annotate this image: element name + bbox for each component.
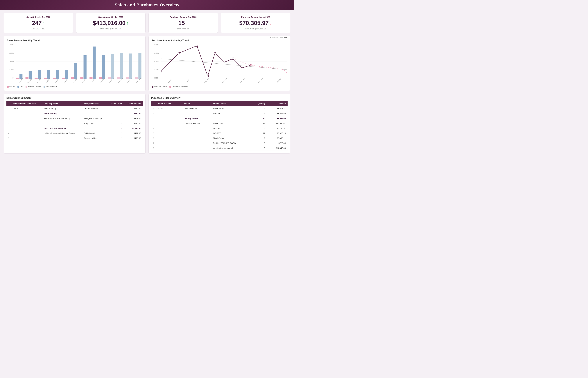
svg-point-45 — [250, 64, 252, 66]
table-row: 5 OT-E805 12 $3,928.29 — [151, 131, 287, 136]
sales-order-table: Month&Year of Order Date Company Name ↓ … — [6, 101, 143, 141]
purchase-line-svg-container — [161, 44, 287, 79]
legend-purchase-amount-icon — [152, 86, 153, 88]
svg-point-39 — [178, 52, 180, 54]
svg-rect-14 — [56, 70, 59, 79]
svg-rect-31 — [135, 77, 138, 79]
svg-rect-9 — [35, 78, 38, 79]
sales-x-axis: Apr 2022 May 2022 Jun 2022 Jul 2022 Aug … — [16, 79, 143, 84]
col-month-year: Month&Year of Order Date — [11, 101, 42, 106]
svg-point-42 — [214, 52, 216, 54]
kpi-sales-amount-title: Sales Amount in Jan 2023 — [80, 16, 142, 18]
kpi-sales-orders-value: 247 ↑ — [8, 20, 69, 27]
table-row: Blanda Group 1 $510.00 — [6, 111, 143, 116]
svg-rect-5 — [16, 78, 19, 79]
kpi-sales-orders: Sales Orders in Jan 2023 247 ↑ Dec 2022:… — [4, 13, 73, 33]
sales-chart-area: $7.4M $5.55M $3.7M $1.85M $0 — [7, 44, 143, 84]
col-row-num — [6, 101, 11, 106]
table-row: Hilll, Crist and Trantow 3 $1,315.00 — [6, 126, 143, 131]
svg-rect-20 — [84, 55, 87, 79]
kpi-purchase-amount: Purchase Amount in Jan 2023 $70,305.97 ↓… — [221, 13, 290, 33]
kpi-sales-amount-prev: Dec 2022: $355,562.00 — [80, 27, 142, 30]
table-row: 2 Hilll, Crist and Trantow Group Georget… — [6, 116, 143, 121]
table-row: 7 Toshiba TORNEO ROBO 6 $723.00 — [151, 141, 287, 146]
trend-down-icon-2: ↓ — [270, 21, 272, 26]
kpi-sales-orders-title: Sales Orders in Jan 2023 — [8, 16, 69, 18]
table-row: 5 Everett Lafflina 1 $423.00 — [6, 136, 143, 141]
purchase-y-axis: $2.22M $1.82M $1.42M $1.02M $620K — [152, 44, 160, 79]
svg-rect-23 — [99, 77, 102, 79]
svg-rect-25 — [108, 77, 111, 79]
svg-point-41 — [207, 75, 209, 77]
svg-rect-11 — [44, 78, 47, 79]
kpi-sales-orders-prev: Dec 2022: 229 — [8, 27, 69, 30]
svg-rect-32 — [138, 53, 141, 79]
kpi-purchase-amount-prev: Dec 2022: $364,366.05 — [225, 27, 287, 30]
svg-rect-7 — [26, 77, 28, 79]
col-order-amount: Order Amount — [124, 101, 143, 106]
sales-bars — [16, 44, 143, 79]
svg-rect-30 — [129, 54, 132, 79]
trend-line-icon — [280, 37, 283, 38]
sales-table-body: 1 Jan 2021 Blanda Group Lauren Flintoffe… — [6, 106, 143, 141]
kpi-purchase-orders-prev: Dec 2022: 68 — [152, 27, 214, 30]
svg-rect-29 — [126, 77, 129, 79]
sales-table-card: Sales Order Summary Month&Year of Order … — [4, 94, 145, 153]
svg-point-48 — [287, 72, 287, 73]
col-row-num-p — [151, 101, 156, 106]
svg-rect-17 — [71, 77, 74, 79]
kpi-purchase-orders-title: Purchase Order in Jan 2023 — [152, 16, 214, 18]
trend-up-icon-2: ↑ — [127, 21, 129, 26]
svg-rect-26 — [111, 54, 114, 79]
sales-table-header: Month&Year of Order Date Company Name ↓ … — [6, 101, 143, 106]
table-row: 4 OT-252 6 $5,780.91 — [151, 126, 287, 131]
svg-rect-24 — [102, 55, 105, 79]
svg-rect-8 — [29, 71, 32, 79]
charts-row: Sales Amount Monthly Trend $7.4M $5.55M … — [0, 36, 294, 94]
svg-rect-22 — [93, 47, 96, 79]
col-company: Company Name ↓ — [42, 101, 82, 106]
svg-rect-27 — [117, 77, 120, 79]
sales-chart-legend: NotPaid Paid NotPaid, Forecast Paid, For… — [7, 86, 143, 88]
svg-rect-12 — [47, 70, 50, 79]
col-salesperson: Salesperson Nam — [82, 101, 107, 106]
table-row: 3 Susy Donlon 2 $878.00 — [6, 121, 143, 126]
col-vendor: Vendor — [182, 101, 211, 106]
svg-rect-18 — [74, 63, 77, 79]
purchase-order-table: Month and Year Vendor Product Name ↓ Qua… — [151, 101, 287, 151]
col-product: Product Name ↓ — [211, 101, 250, 106]
trend-up-icon: ↑ — [43, 21, 45, 26]
kpi-purchase-amount-title: Purchase Amount in Jan 2023 — [225, 16, 287, 18]
table-row: 6 TilapiaOther 9 $3,055.11 — [151, 136, 287, 141]
purchase-chart-svg — [161, 44, 287, 79]
legend-notpaid-forecast-icon — [26, 86, 27, 88]
kpi-purchase-orders: Purchase Order in Jan 2023 15 ↓ Dec 2022… — [148, 13, 218, 33]
kpi-sales-amount-value: $413,916.00 ↑ — [80, 20, 142, 27]
purchase-table-body: 1 Jul 2021 Century House Brake servo 2 $… — [151, 106, 287, 151]
legend-paid-icon — [17, 86, 19, 88]
sales-chart-svg — [16, 44, 143, 79]
col-order-count: Order Count — [107, 101, 124, 106]
trend-down-icon: ↓ — [186, 21, 188, 26]
table-row: 1 Jan 2021 Blanda Group Lauren Flintoffe… — [6, 106, 143, 111]
purchase-table-header: Month and Year Vendor Product Name ↓ Qua… — [151, 101, 287, 106]
table-row: 8 Westcott scissors and 9 $14,848.00 — [151, 146, 287, 151]
page-header: Sales and Purchases Overview — [0, 0, 294, 10]
page-title: Sales and Purchases Overview — [115, 2, 179, 7]
svg-rect-28 — [120, 53, 123, 79]
sales-table-title: Sales Order Summary — [6, 96, 143, 99]
svg-point-40 — [196, 45, 198, 47]
svg-rect-21 — [90, 77, 92, 79]
purchase-x-axis: Apr 2022 Jun 2022 Aug 2022 Oct 2022 Dec … — [161, 79, 287, 84]
sales-chart-title: Sales Amount Monthly Trend — [7, 39, 143, 42]
col-month-year-p: Month and Year — [156, 101, 182, 106]
table-row: 2 Decklid 8 $1,323.88 — [151, 111, 287, 116]
svg-rect-15 — [62, 78, 65, 79]
table-row: Century House 10 $2,936.09 — [151, 116, 287, 121]
kpi-row: Sales Orders in Jan 2023 247 ↑ Dec 2022:… — [0, 10, 294, 36]
sales-chart-card: Sales Amount Monthly Trend $7.4M $5.55M … — [4, 36, 145, 91]
svg-rect-19 — [80, 77, 83, 79]
col-amount-p: Amount — [267, 101, 287, 106]
svg-rect-13 — [53, 78, 56, 79]
purchase-table-title: Purchase Order Overview — [151, 96, 287, 99]
